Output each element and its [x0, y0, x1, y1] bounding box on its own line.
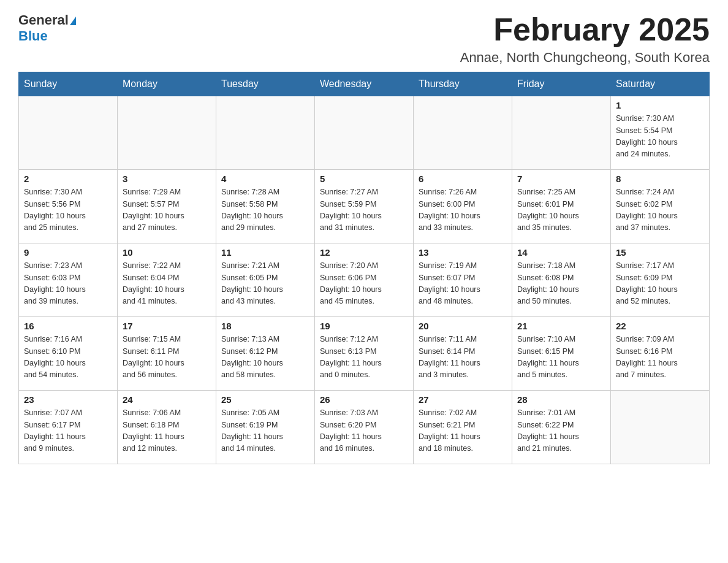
calendar-cell: 25Sunrise: 7:05 AMSunset: 6:19 PMDayligh…: [216, 391, 315, 464]
day-number: 16: [24, 321, 112, 331]
day-info: Sunrise: 7:17 AMSunset: 6:09 PMDaylight:…: [616, 260, 704, 308]
day-number: 25: [221, 394, 309, 405]
day-info: Sunrise: 7:23 AMSunset: 6:03 PMDaylight:…: [24, 260, 112, 308]
day-number: 5: [320, 174, 408, 184]
day-info: Sunrise: 7:29 AMSunset: 5:57 PMDaylight:…: [123, 186, 211, 234]
calendar-cell: 8Sunrise: 7:24 AMSunset: 6:02 PMDaylight…: [611, 170, 710, 243]
calendar-cell: 17Sunrise: 7:15 AMSunset: 6:11 PMDayligh…: [118, 317, 216, 391]
calendar-cell: 22Sunrise: 7:09 AMSunset: 6:16 PMDayligh…: [611, 317, 710, 391]
day-info: Sunrise: 7:19 AMSunset: 6:07 PMDaylight:…: [419, 260, 507, 308]
calendar-cell: [512, 96, 611, 170]
day-number: 2: [24, 174, 112, 184]
weekday-header-saturday: Saturday: [611, 72, 710, 96]
calendar-cell: 11Sunrise: 7:21 AMSunset: 6:05 PMDayligh…: [216, 243, 315, 317]
day-info: Sunrise: 7:28 AMSunset: 5:58 PMDaylight:…: [221, 186, 309, 234]
calendar-cell: 2Sunrise: 7:30 AMSunset: 5:56 PMDaylight…: [19, 170, 118, 243]
day-number: 9: [24, 247, 112, 258]
day-number: 22: [616, 321, 704, 331]
day-number: 21: [517, 321, 605, 331]
calendar-cell: 4Sunrise: 7:28 AMSunset: 5:58 PMDaylight…: [216, 170, 315, 243]
day-info: Sunrise: 7:01 AMSunset: 6:22 PMDaylight:…: [517, 407, 605, 455]
day-number: 23: [24, 394, 112, 405]
calendar-cell: 15Sunrise: 7:17 AMSunset: 6:09 PMDayligh…: [611, 243, 710, 317]
day-info: Sunrise: 7:24 AMSunset: 6:02 PMDaylight:…: [616, 186, 704, 234]
calendar-cell: 14Sunrise: 7:18 AMSunset: 6:08 PMDayligh…: [512, 243, 611, 317]
day-info: Sunrise: 7:06 AMSunset: 6:18 PMDaylight:…: [123, 407, 211, 455]
calendar-cell: 10Sunrise: 7:22 AMSunset: 6:04 PMDayligh…: [118, 243, 216, 317]
day-info: Sunrise: 7:13 AMSunset: 6:12 PMDaylight:…: [221, 334, 309, 381]
calendar-cell: [118, 96, 216, 170]
day-number: 13: [419, 247, 507, 258]
calendar-cell: 24Sunrise: 7:06 AMSunset: 6:18 PMDayligh…: [118, 391, 216, 464]
calendar-cell: 28Sunrise: 7:01 AMSunset: 6:22 PMDayligh…: [512, 391, 611, 464]
calendar-cell: 6Sunrise: 7:26 AMSunset: 6:00 PMDaylight…: [414, 170, 512, 243]
day-number: 1: [616, 100, 704, 110]
day-info: Sunrise: 7:27 AMSunset: 5:59 PMDaylight:…: [320, 186, 408, 234]
calendar-cell: 13Sunrise: 7:19 AMSunset: 6:07 PMDayligh…: [414, 243, 512, 317]
logo-general-text: General: [18, 12, 69, 28]
day-number: 11: [221, 247, 309, 258]
day-info: Sunrise: 7:25 AMSunset: 6:01 PMDaylight:…: [517, 186, 605, 234]
logo: General Blue: [18, 12, 76, 45]
day-number: 10: [123, 247, 211, 258]
calendar-week-2: 2Sunrise: 7:30 AMSunset: 5:56 PMDaylight…: [19, 170, 710, 243]
weekday-header-sunday: Sunday: [19, 72, 118, 96]
day-info: Sunrise: 7:21 AMSunset: 6:05 PMDaylight:…: [221, 260, 309, 308]
calendar-cell: 7Sunrise: 7:25 AMSunset: 6:01 PMDaylight…: [512, 170, 611, 243]
calendar-cell: [414, 96, 512, 170]
calendar-week-4: 16Sunrise: 7:16 AMSunset: 6:10 PMDayligh…: [19, 317, 710, 391]
day-info: Sunrise: 7:30 AMSunset: 5:54 PMDaylight:…: [616, 113, 704, 161]
logo-triangle-icon: [70, 17, 76, 25]
day-info: Sunrise: 7:22 AMSunset: 6:04 PMDaylight:…: [123, 260, 211, 308]
calendar-cell: [216, 96, 315, 170]
day-info: Sunrise: 7:05 AMSunset: 6:19 PMDaylight:…: [221, 407, 309, 455]
calendar-cell: 21Sunrise: 7:10 AMSunset: 6:15 PMDayligh…: [512, 317, 611, 391]
day-info: Sunrise: 7:20 AMSunset: 6:06 PMDaylight:…: [320, 260, 408, 308]
calendar-cell: [315, 96, 414, 170]
day-number: 4: [221, 174, 309, 184]
day-info: Sunrise: 7:26 AMSunset: 6:00 PMDaylight:…: [419, 186, 507, 234]
calendar-header-row: SundayMondayTuesdayWednesdayThursdayFrid…: [19, 72, 710, 96]
calendar-cell: 9Sunrise: 7:23 AMSunset: 6:03 PMDaylight…: [19, 243, 118, 317]
calendar-cell: 27Sunrise: 7:02 AMSunset: 6:21 PMDayligh…: [414, 391, 512, 464]
day-number: 14: [517, 247, 605, 258]
calendar-week-3: 9Sunrise: 7:23 AMSunset: 6:03 PMDaylight…: [19, 243, 710, 317]
day-info: Sunrise: 7:10 AMSunset: 6:15 PMDaylight:…: [517, 334, 605, 381]
calendar-cell: 23Sunrise: 7:07 AMSunset: 6:17 PMDayligh…: [19, 391, 118, 464]
day-info: Sunrise: 7:11 AMSunset: 6:14 PMDaylight:…: [419, 334, 507, 381]
calendar-cell: 19Sunrise: 7:12 AMSunset: 6:13 PMDayligh…: [315, 317, 414, 391]
calendar-cell: 12Sunrise: 7:20 AMSunset: 6:06 PMDayligh…: [315, 243, 414, 317]
calendar-cell: [19, 96, 118, 170]
calendar-cell: [611, 391, 710, 464]
day-info: Sunrise: 7:12 AMSunset: 6:13 PMDaylight:…: [320, 334, 408, 381]
day-number: 24: [123, 394, 211, 405]
day-number: 6: [419, 174, 507, 184]
day-number: 7: [517, 174, 605, 184]
day-info: Sunrise: 7:07 AMSunset: 6:17 PMDaylight:…: [24, 407, 112, 455]
weekday-header-tuesday: Tuesday: [216, 72, 315, 96]
calendar-cell: 5Sunrise: 7:27 AMSunset: 5:59 PMDaylight…: [315, 170, 414, 243]
day-number: 18: [221, 321, 309, 331]
calendar-subtitle: Annae, North Chungcheong, South Korea: [460, 50, 710, 66]
weekday-header-thursday: Thursday: [414, 72, 512, 96]
calendar-table: SundayMondayTuesdayWednesdayThursdayFrid…: [18, 72, 710, 464]
weekday-header-wednesday: Wednesday: [315, 72, 414, 96]
title-block: February 2025 Annae, North Chungcheong, …: [460, 12, 710, 66]
page-header: General Blue February 2025 Annae, North …: [18, 12, 710, 66]
day-info: Sunrise: 7:03 AMSunset: 6:20 PMDaylight:…: [320, 407, 408, 455]
day-info: Sunrise: 7:30 AMSunset: 5:56 PMDaylight:…: [24, 186, 112, 234]
day-number: 15: [616, 247, 704, 258]
calendar-cell: 3Sunrise: 7:29 AMSunset: 5:57 PMDaylight…: [118, 170, 216, 243]
calendar-week-1: 1Sunrise: 7:30 AMSunset: 5:54 PMDaylight…: [19, 96, 710, 170]
day-info: Sunrise: 7:09 AMSunset: 6:16 PMDaylight:…: [616, 334, 704, 381]
logo-blue-text: Blue: [18, 28, 76, 44]
day-info: Sunrise: 7:18 AMSunset: 6:08 PMDaylight:…: [517, 260, 605, 308]
calendar-cell: 16Sunrise: 7:16 AMSunset: 6:10 PMDayligh…: [19, 317, 118, 391]
day-number: 19: [320, 321, 408, 331]
day-number: 26: [320, 394, 408, 405]
calendar-title: February 2025: [460, 12, 710, 47]
weekday-header-monday: Monday: [118, 72, 216, 96]
day-number: 28: [517, 394, 605, 405]
day-info: Sunrise: 7:16 AMSunset: 6:10 PMDaylight:…: [24, 334, 112, 381]
calendar-week-5: 23Sunrise: 7:07 AMSunset: 6:17 PMDayligh…: [19, 391, 710, 464]
